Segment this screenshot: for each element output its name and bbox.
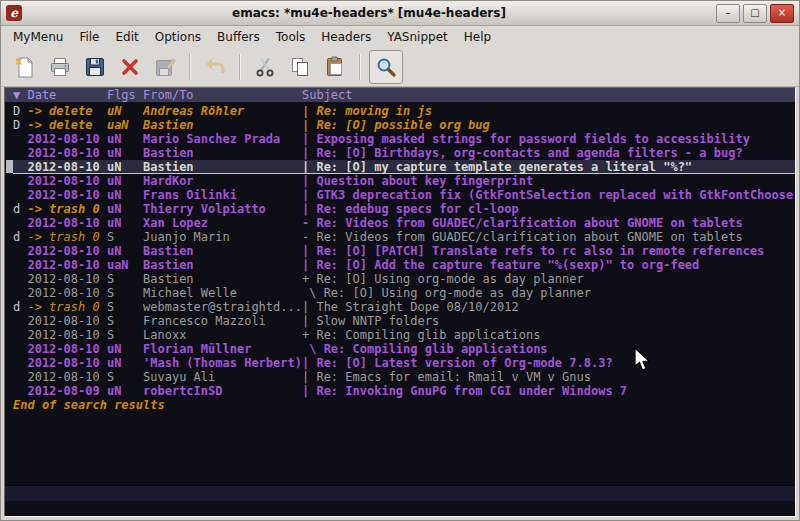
message-flags: S — [107, 286, 143, 300]
message-subject: \ Re: [O] Using org-mode as day planner — [302, 286, 795, 300]
minimize-button[interactable]: – — [716, 4, 740, 23]
menu-item-help[interactable]: Help — [456, 27, 499, 47]
message-row[interactable]: d-> trash 0uNThierry Volpiatto| Re: edeb… — [13, 202, 795, 216]
message-mark — [13, 272, 27, 286]
search-icon — [374, 55, 398, 79]
menu-item-file[interactable]: File — [71, 27, 107, 47]
close-buffer-button[interactable] — [114, 51, 146, 83]
column-header-flags[interactable]: Flgs — [107, 88, 143, 102]
message-row[interactable]: 2012-08-10SFrancesco Mazzoli| Slow NNTP … — [13, 314, 795, 328]
undo-button[interactable] — [199, 51, 231, 83]
message-date: -> trash 0 — [27, 230, 106, 244]
paste-icon — [323, 55, 347, 79]
save-as-icon — [153, 55, 177, 79]
message-flags: uN — [107, 244, 143, 258]
paste-button[interactable] — [319, 51, 351, 83]
message-row[interactable]: 2012-08-10uNHardKor| Question about key … — [13, 174, 795, 188]
message-date: 2012-08-10 — [27, 160, 106, 174]
message-date: 2012-08-10 — [27, 370, 106, 384]
message-row[interactable]: 2012-08-10uNBastien| Re: [O] [PATCH] Tra… — [13, 244, 795, 258]
print-button[interactable] — [44, 51, 76, 83]
menu-item-mymenu[interactable]: MyMenu — [5, 27, 71, 47]
menu-item-options[interactable]: Options — [147, 27, 209, 47]
message-from: Frans Oilinki — [143, 188, 302, 202]
menu-item-buffers[interactable]: Buffers — [209, 27, 268, 47]
message-mark — [13, 314, 27, 328]
message-date: 2012-08-10 — [27, 314, 106, 328]
message-flags: uN — [107, 188, 143, 202]
emacs-app-icon: e — [6, 5, 22, 21]
menu-item-yasnippet[interactable]: YASnippet — [379, 27, 456, 47]
message-subject: | Re: [O] my capture template generates … — [302, 160, 795, 174]
undo-icon — [203, 55, 227, 79]
search-button[interactable] — [369, 50, 403, 84]
message-mark — [13, 160, 27, 174]
mode-line[interactable]: *mu4e-headers* ( 5, 0) [All/2.0k] [mu4e-… — [5, 485, 795, 501]
copy-button[interactable] — [284, 51, 316, 83]
window-title: emacs: *mu4e-headers* [mu4e-headers] — [22, 6, 716, 20]
message-mark — [13, 328, 27, 342]
message-flags: uaN — [107, 118, 143, 132]
message-mark: d — [13, 202, 27, 216]
close-button[interactable]: × — [770, 4, 794, 23]
cut-button[interactable] — [249, 51, 281, 83]
toolbar-separator — [239, 54, 241, 80]
message-date: 2012-08-10 — [27, 188, 106, 202]
message-from: robertcInSD — [143, 384, 302, 398]
message-row[interactable]: 2012-08-10SLanoxx+ Re: Compiling glib ap… — [13, 328, 795, 342]
message-from: Lanoxx — [143, 328, 302, 342]
message-row[interactable]: 2012-08-10uN'Mash (Thomas Herbert)| Re: … — [13, 356, 795, 370]
emacs-window: e emacs: *mu4e-headers* [mu4e-headers] –… — [0, 0, 800, 521]
message-subject: | Re: [O] possible org bug — [302, 118, 795, 132]
message-mark — [13, 370, 27, 384]
message-subject: | Re: [O] [PATCH] Translate refs to rc a… — [302, 244, 795, 258]
message-subject: + Re: [O] Using org-mode as day planner — [302, 272, 795, 286]
menu-item-tools[interactable]: Tools — [268, 27, 314, 47]
copy-icon — [288, 55, 312, 79]
header-line: ▼ Date Flgs From/To Subject — [5, 88, 795, 102]
message-row[interactable]: 2012-08-10uNXan Lopez- Re: Videos from G… — [13, 216, 795, 230]
message-date: 2012-08-10 — [27, 342, 106, 356]
message-row[interactable]: 2012-08-10SMichael Welle \ Re: [O] Using… — [13, 286, 795, 300]
maximize-button[interactable]: □ — [743, 4, 767, 23]
message-date: -> trash 0 — [27, 202, 106, 216]
message-row[interactable]: 2012-08-10uNBastien| Re: [O] Birthdays, … — [13, 146, 795, 160]
column-header-subject[interactable]: Subject — [302, 88, 795, 102]
message-row[interactable]: D-> deleteuaNBastien| Re: [O] possible o… — [13, 118, 795, 132]
save-button[interactable] — [79, 51, 111, 83]
message-row[interactable]: d-> trash 0SJuanjo Marin- Re: Videos fro… — [13, 230, 795, 244]
message-date: 2012-08-10 — [27, 132, 106, 146]
message-row[interactable]: D-> deleteuNAndreas Röhler| Re: moving i… — [13, 104, 795, 118]
echo-area[interactable] — [5, 501, 795, 516]
menu-item-headers[interactable]: Headers — [313, 27, 379, 47]
message-row[interactable]: 2012-08-10uNMario Sanchez Prada| Exposin… — [13, 132, 795, 146]
message-row[interactable]: d-> trash 0Swebmaster@straightd...| The … — [13, 300, 795, 314]
message-subject: | Exposing masked strings for password f… — [302, 132, 795, 146]
message-row[interactable]: 2012-08-10SBastien+ Re: [O] Using org-mo… — [13, 272, 795, 286]
message-from: Florian Müllner — [143, 342, 302, 356]
toolbar-separator — [359, 54, 361, 80]
tool-bar — [1, 48, 799, 87]
message-from: Michael Welle — [143, 286, 302, 300]
message-row[interactable]: 2012-08-10uaNBastien| Re: [O] Add the ca… — [13, 258, 795, 272]
message-from: Bastien — [143, 146, 302, 160]
message-date: 2012-08-10 — [27, 328, 106, 342]
message-row[interactable]: 2012-08-09uNrobertcInSD| Re: Invoking Gn… — [13, 384, 795, 398]
message-row[interactable]: 2012-08-10uNBastien| Re: [O] my capture … — [13, 160, 795, 174]
save-as-button[interactable] — [149, 51, 181, 83]
message-row[interactable]: 2012-08-10uNFrans Oilinki| GTK3 deprecat… — [13, 188, 795, 202]
message-flags: uaN — [107, 258, 143, 272]
message-date: 2012-08-10 — [27, 146, 106, 160]
message-flags: S — [107, 328, 143, 342]
message-flags: uN — [107, 202, 143, 216]
column-header-from[interactable]: From/To — [143, 88, 302, 102]
menu-item-edit[interactable]: Edit — [108, 27, 147, 47]
message-row[interactable]: 2012-08-10SSuvayu Ali| Re: Emacs for ema… — [13, 370, 795, 384]
message-row[interactable]: 2012-08-10uNFlorian Müllner \ Re: Compil… — [13, 342, 795, 356]
message-list: D-> deleteuNAndreas Röhler| Re: moving i… — [5, 102, 795, 485]
column-header-date[interactable]: ▼ Date — [13, 88, 107, 102]
message-date: 2012-08-10 — [27, 174, 106, 188]
new-file-button[interactable] — [9, 51, 41, 83]
message-from: 'Mash (Thomas Herbert) — [143, 356, 302, 370]
message-flags: uN — [107, 216, 143, 230]
